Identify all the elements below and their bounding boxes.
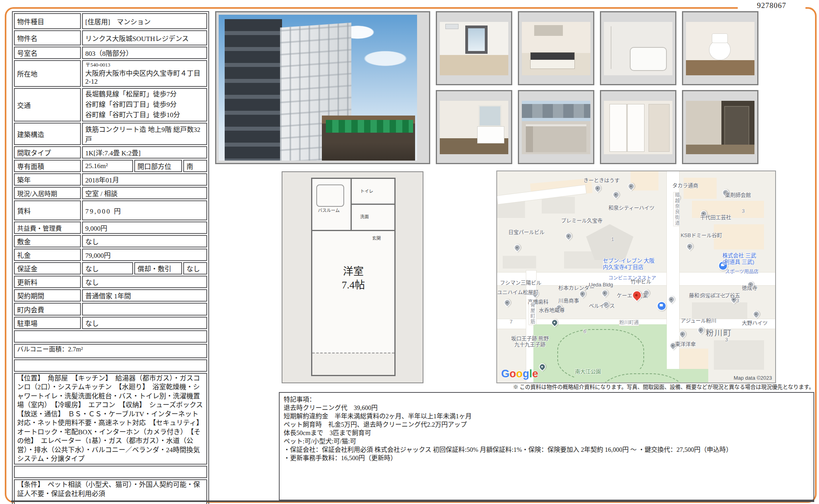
map-label: プレミール久宝寺: [561, 218, 603, 224]
google-logo-letter: o: [509, 368, 516, 380]
map-pin: [512, 243, 522, 252]
map-label: 水呑地蔵尊: [539, 308, 565, 314]
conditions-header: 条 件: [14, 466, 207, 478]
facing-value: 南: [183, 160, 207, 172]
photo-building-exterior: [215, 11, 430, 164]
map-label: ベルイシス: [589, 303, 615, 309]
maintenance-fee-value: 9,000円: [82, 222, 207, 234]
map-label: 和泉シティーハイツ: [608, 205, 654, 211]
property-location-pin: [630, 288, 644, 302]
address-value: 〒540-0013 大阪府大阪市中央区内久宝寺町４丁目2-12: [82, 60, 207, 87]
key-money-label: 礼金: [14, 249, 81, 261]
photo-bathroom: [600, 11, 676, 85]
area-value: 25.16m²: [82, 160, 133, 172]
map-label: 薬剤師会館: [725, 192, 751, 198]
map-label: KSBドミール谷町: [681, 233, 722, 239]
map-block: [631, 171, 658, 190]
deposit-value: なし: [82, 235, 207, 247]
transport-line: 長堀鶴見線「松屋町」徒歩7分: [85, 89, 204, 100]
map-disclaimer-note: ※ この資料は物件の概略紹介資料になります。写真、間取図面、設備、概要などが現況…: [398, 382, 814, 390]
map-pin: [752, 309, 761, 319]
contract-value: 普通借家 1年間: [82, 289, 207, 302]
rent-label: 賃料: [14, 200, 81, 220]
building-exterior-image: [219, 15, 417, 161]
washroom-image: [440, 101, 508, 154]
google-logo-letter: G: [501, 368, 509, 380]
map-block: [675, 349, 709, 370]
plan-bathtub: [316, 184, 344, 207]
plan-bath-label: バスルーム: [318, 207, 340, 213]
note-line: 特記事項：: [284, 395, 809, 404]
map-label: 南大江公園: [575, 369, 708, 383]
property-type-label: 物件種目: [14, 13, 81, 29]
note-line: ・更新事務手数料：16,500円（更新時）: [284, 454, 809, 462]
kitchen-image: [522, 22, 590, 75]
map-label: タカラ通商: [672, 183, 698, 189]
area-label: 専有面積: [14, 160, 81, 172]
maintenance-fee-label: 共益費・管理費: [14, 222, 81, 234]
note-line: 体長50cmまで 3匹まで飼育可: [284, 429, 809, 437]
map-large-building: [586, 224, 633, 260]
map-label: 川島商事: [558, 298, 579, 304]
property-name-value: リンクス大阪城SOUTHレジデンス: [82, 30, 207, 45]
toilet-image: [686, 22, 754, 75]
map-label: 竹中ビル: [631, 279, 651, 285]
plan-wall: [351, 204, 394, 205]
photo-washroom: [436, 90, 512, 164]
renewal-fee-value: なし: [82, 276, 207, 288]
bottom-divider: [11, 500, 814, 502]
deposit-label: 敷金: [14, 235, 81, 247]
address-label: 所在地: [14, 60, 81, 87]
address-text: 大阪府大阪市中央区内久宝寺町４丁目2-12: [85, 70, 200, 85]
renewal-fee-label: 更新料: [14, 276, 81, 288]
note-line: 退去時クリーニング代 39,600円: [284, 404, 809, 412]
photo-closet: [600, 90, 676, 164]
note-line: ・保証会社：保証会社利用必須 株式会社ジャックス 初回保証料:50% 月額保証料…: [284, 445, 809, 454]
remarks-value: バルコニー面積：2.7m²: [14, 344, 207, 358]
rent-value: 79,000 円: [82, 200, 207, 220]
structure-label: 建築構造: [14, 123, 81, 145]
plan-balcony: [312, 353, 394, 375]
map-label: セブン-イレブン 大阪 内久宝寺4丁目店: [603, 258, 654, 270]
contract-label: 契約期間: [14, 289, 81, 302]
transport-value: 長堀鶴見線「松屋町」徒歩7分 谷町線「谷町四丁目」徒歩9分 谷町線「谷町六丁目」…: [82, 88, 207, 122]
google-logo-letter: o: [516, 368, 523, 380]
property-type-value: [住居用] マンション: [82, 13, 207, 29]
status-label: 現況/入居時期: [14, 187, 81, 199]
map-label: 3: [742, 208, 745, 214]
map-label: 7: [509, 319, 512, 325]
google-logo-letter: l: [529, 368, 533, 380]
plan-toilet-label: トイレ: [360, 188, 373, 194]
bedroom-image: [440, 22, 508, 75]
map-label: フシマン三陽ビル: [500, 280, 541, 286]
facing-label: 開口部方位: [134, 160, 182, 172]
map-label: 骨屋町筋: [529, 302, 535, 325]
equipment-value: 【位置】 角部屋 【キッチン】 給湯器（都市ガス）・ガスコンロ（2口）・システム…: [14, 373, 207, 465]
transport-label: 交通: [14, 88, 81, 122]
note-line: ペット:可/小型犬:可/猫:可: [284, 437, 809, 445]
google-logo-letter: e: [532, 368, 538, 380]
town-fee-label: 町内会費: [14, 303, 81, 316]
plan-room-size: 7.4帖: [342, 279, 365, 291]
map-attribution: Map data ©2023: [734, 375, 772, 381]
map-label: 日宝パールビル: [508, 229, 545, 235]
map-label: Ueda Bldg: [589, 282, 613, 288]
layout-type-value: 1K[洋:7.4畳 K:2畳]: [82, 146, 207, 159]
built-year-value: 2018年01月: [82, 173, 207, 186]
google-logo: Google: [501, 368, 538, 380]
building-dark-face: [225, 19, 282, 161]
map-label: 暗越奈良街道: [674, 192, 679, 226]
note-line: 短期解約違約金 半年未満総賃料の2ヶ月、半年以上1年未満1ヶ月: [284, 412, 809, 420]
map-label: ユニハイム松屋町: [497, 290, 538, 296]
status-value: 空室 / 相談: [82, 187, 207, 199]
map-label: 坂口王子跡 熊野 九十九王子跡: [511, 336, 549, 348]
closet-image: [604, 101, 672, 154]
amortization-label: 償却・敷引: [134, 262, 182, 275]
map-pin: [600, 288, 609, 298]
plan-genkan-label: 玄関: [372, 235, 381, 241]
map-canvas: Google Map data ©2023 きーときはうすタカラ通商薬剤師会館和…: [496, 171, 776, 383]
parking-label: 駐車場: [14, 317, 81, 329]
floor-plan-drawing: バスルーム トイレ 洗面 玄関 洋室 7.4帖: [311, 178, 396, 376]
document-id: 9278067: [738, 0, 805, 11]
map-label: 徳成寺: [742, 285, 757, 291]
